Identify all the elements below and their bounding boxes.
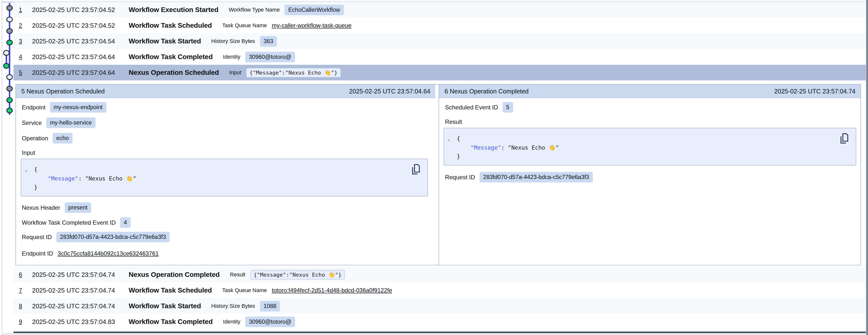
field-operation: Operation echo [22, 133, 439, 143]
collapse-chevron-icon[interactable]: ⌄ [447, 134, 457, 143]
event-dot-8[interactable] [6, 86, 13, 91]
attr-label: Identity [223, 54, 240, 60]
event-dot-1[interactable] [6, 5, 13, 11]
json-close-brace: } [457, 153, 460, 160]
json-line-open: ⌄{ [447, 134, 851, 143]
endpoint-id-link[interactable]: 3c0c75ccfa8144b092c13ce632463761 [58, 250, 159, 257]
attr-label: History Size Bytes [211, 303, 255, 309]
attr-value-json-badge[interactable]: {"Message":"Nexus Echo 👋"} [250, 270, 345, 280]
event-id-link[interactable]: 4 [19, 53, 26, 60]
field-value-badge: my-nexus-endpoint [50, 102, 106, 113]
detail-panel-title: 5 Nexus Operation Scheduled [21, 88, 105, 95]
event-type: Workflow Execution Started [129, 6, 218, 14]
json-line-message: "Message": "Nexus Echo 👋" [447, 143, 851, 152]
event-id-link[interactable]: 2 [19, 22, 26, 29]
field-value-badge: echo [53, 133, 72, 143]
event-dot-10[interactable] [6, 108, 13, 113]
event-timeline-graph [0, 0, 13, 122]
event-timestamp: 2025-02-25 UTC 23:57:04.74 [32, 287, 129, 294]
event-id-link[interactable]: 5 [19, 69, 26, 76]
event-row-3[interactable]: 3 2025-02-25 UTC 23:57:04.54 Workflow Ta… [13, 33, 866, 49]
event-dot-4[interactable] [6, 40, 13, 45]
event-row-4[interactable]: 4 2025-02-25 UTC 23:57:04.64 Workflow Ta… [13, 49, 866, 65]
attr-label: Result [230, 272, 245, 278]
field-label: Operation [22, 135, 48, 142]
event-timestamp: 2025-02-25 UTC 23:57:04.83 [32, 318, 129, 326]
event-id-link[interactable]: 3 [19, 38, 26, 45]
field-value-badge: 5 [503, 102, 513, 113]
detail-panel-event-6: 6 Nexus Operation Completed 2025-02-25 U… [439, 85, 860, 265]
event-id-link[interactable]: 1 [19, 6, 26, 13]
event-dot-6[interactable] [3, 63, 9, 69]
event-type: Workflow Task Started [129, 302, 201, 310]
json-line-close: } [447, 152, 851, 161]
event-id-link[interactable]: 6 [19, 271, 26, 278]
event-dot-5[interactable] [3, 50, 9, 56]
field-request-id: Request ID 283fd070-d57a-4423-bdca-c5c77… [22, 232, 439, 242]
event-row-5-selected[interactable]: 5 2025-02-25 UTC 23:57:04.64 Nexus Opera… [13, 65, 866, 80]
event-timestamp: 2025-02-25 UTC 23:57:04.74 [32, 302, 129, 310]
field-label: Service [22, 119, 42, 126]
event-timestamp: 2025-02-25 UTC 23:57:04.54 [32, 37, 129, 45]
event-id-link[interactable]: 8 [19, 303, 26, 309]
json-key: "Message" [470, 144, 501, 151]
json-line-message: "Message": "Nexus Echo 👋" [25, 174, 423, 183]
task-queue-link[interactable]: my-caller-workflow-task-queue [272, 22, 351, 29]
json-line-open: ⌄{ [25, 165, 423, 174]
json-open-brace: { [457, 135, 460, 142]
attr-label: Identity [223, 318, 240, 325]
field-label: Scheduled Event ID [445, 104, 498, 111]
event-rows-top: 1 2025-02-25 UTC 23:57:04.52 Workflow Ex… [13, 2, 866, 80]
detail-panel-timestamp: 2025-02-25 UTC 23:57:04.74 [774, 88, 856, 95]
json-open-brace: { [34, 166, 37, 173]
detail-panel-timestamp: 2025-02-25 UTC 23:57:04.64 [349, 88, 430, 95]
field-value-badge: 283fd070-d57a-4423-bdca-c5c779e6a3f3 [56, 232, 170, 242]
event-type: Nexus Operation Scheduled [129, 69, 219, 77]
attr-label: History Size Bytes [211, 38, 255, 45]
field-label: Workflow Task Completed Event ID [22, 219, 116, 226]
field-label: Nexus Header [22, 204, 60, 211]
event-dot-7[interactable] [6, 74, 13, 80]
attr-value-badge: EchoCallerWorkflow [284, 5, 344, 15]
detail-panel-event-5: 5 Nexus Operation Scheduled 2025-02-25 U… [16, 85, 439, 265]
event-row-7[interactable]: 7 2025-02-25 UTC 23:57:04.74 Workflow Ta… [13, 282, 866, 298]
field-value-badge: my-hello-service [46, 117, 96, 128]
event-row-6[interactable]: 6 2025-02-25 UTC 23:57:04.74 Nexus Opera… [13, 267, 866, 282]
event-type: Workflow Task Scheduled [129, 286, 212, 294]
json-value: "Nexus Echo 👋" [508, 144, 559, 151]
event-row-9[interactable]: 9 2025-02-25 UTC 23:57:04.83 Workflow Ta… [13, 314, 866, 330]
attr-label: Input [229, 69, 241, 76]
attr-label: Workflow Type Name [229, 7, 280, 13]
event-row-1[interactable]: 1 2025-02-25 UTC 23:57:04.52 Workflow Ex… [13, 2, 866, 18]
field-endpoint: Endpoint my-nexus-endpoint [22, 102, 439, 113]
event-type: Nexus Operation Completed [129, 271, 220, 279]
detail-panel-header[interactable]: 6 Nexus Operation Completed 2025-02-25 U… [439, 85, 860, 98]
field-nexus-header: Nexus Header present [22, 202, 439, 213]
event-id-link[interactable]: 7 [19, 287, 26, 294]
detail-panel-header[interactable]: 5 Nexus Operation Scheduled 2025-02-25 U… [16, 85, 435, 98]
attr-value-json-badge[interactable]: {"Message":"Nexus Echo 👋"} [246, 68, 341, 78]
event-dot-2[interactable] [6, 17, 13, 22]
task-queue-link[interactable]: totoro:f494fecf-2d51-4d48-bdcd-036a0f912… [272, 287, 392, 294]
field-service: Service my-hello-service [22, 117, 439, 128]
attr-value-badge: 363 [260, 36, 277, 47]
event-type: Workflow Task Scheduled [129, 22, 212, 29]
event-dot-3[interactable] [6, 28, 13, 34]
attr-value-badge: 1088 [260, 301, 280, 311]
copy-icon[interactable] [839, 133, 849, 144]
result-json-viewer: ⌄{ "Message": "Nexus Echo 👋" } [443, 128, 856, 166]
event-timestamp: 2025-02-25 UTC 23:57:04.64 [32, 53, 129, 61]
event-row-8[interactable]: 8 2025-02-25 UTC 23:57:04.74 Workflow Ta… [13, 298, 866, 314]
event-row-2[interactable]: 2 2025-02-25 UTC 23:57:04.52 Workflow Ta… [13, 18, 866, 33]
field-request-id: Request ID 283fd070-d57a-4423-bdca-c5c77… [445, 172, 860, 183]
collapse-chevron-icon[interactable]: ⌄ [25, 165, 34, 174]
copy-icon[interactable] [411, 164, 421, 175]
attr-label: Task Queue Name [222, 22, 267, 29]
event-type: Workflow Task Started [129, 37, 201, 45]
vertical-scrollbar[interactable] [866, 0, 868, 335]
event-id-link[interactable]: 9 [19, 318, 26, 325]
event-dot-9[interactable] [6, 97, 13, 103]
event-type: Workflow Task Completed [129, 318, 213, 326]
input-section-label: Input [22, 149, 439, 156]
field-label: Request ID [445, 174, 475, 181]
